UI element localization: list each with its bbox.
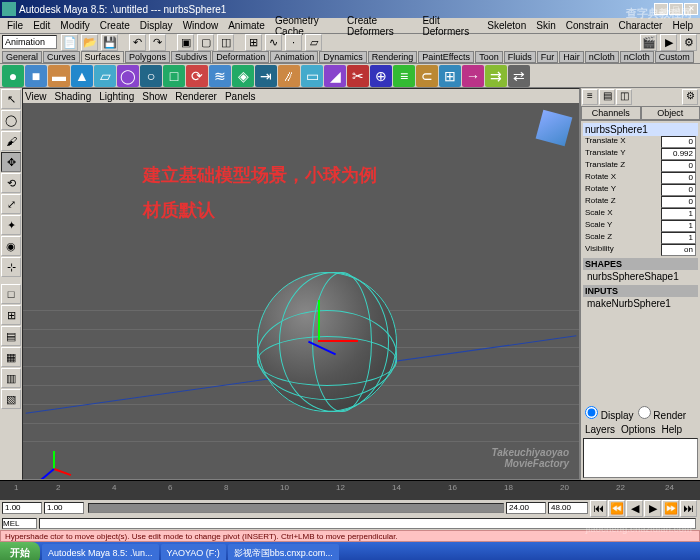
menu-character[interactable]: Character [614, 20, 668, 31]
menu-createdef[interactable]: Create Deformers [342, 15, 417, 37]
cone-icon[interactable]: ▲ [71, 65, 93, 87]
shelf-tab-curves[interactable]: Curves [43, 51, 80, 63]
range-end-field[interactable]: 24.00 [506, 502, 546, 514]
channel-rz-value[interactable]: 0 [661, 196, 696, 208]
shelf-tab-custom[interactable]: Custom [655, 51, 694, 63]
attach-icon[interactable]: ⊕ [370, 65, 392, 87]
task-item[interactable]: YAOYAO (F:) [161, 544, 226, 560]
shelf-tab-rendering[interactable]: Rendering [368, 51, 418, 63]
single-view-icon[interactable]: □ [1, 284, 21, 304]
menu-skeleton[interactable]: Skeleton [482, 20, 531, 31]
birail-icon[interactable]: ⫽ [278, 65, 300, 87]
play-fwd-icon[interactable]: ▶ [644, 500, 661, 517]
shelf-tab-fur[interactable]: Fur [537, 51, 559, 63]
vp-menu-view[interactable]: View [25, 91, 47, 102]
show-manip-icon[interactable]: ⊹ [1, 257, 21, 277]
channel-ry-value[interactable]: 0 [661, 184, 696, 196]
paint-select-icon[interactable]: 🖌 [1, 131, 21, 151]
vp-menu-show[interactable]: Show [142, 91, 167, 102]
detach-icon[interactable]: ✂ [347, 65, 369, 87]
menu-help[interactable]: Help [667, 20, 698, 31]
save-scene-icon[interactable]: 💾 [101, 34, 118, 51]
shelf-tab-surfaces[interactable]: Surfaces [81, 51, 125, 63]
layers-help[interactable]: Help [661, 424, 682, 435]
attr-icon[interactable]: ◫ [616, 89, 632, 105]
cylinder-icon[interactable]: ▬ [48, 65, 70, 87]
channel-tz-value[interactable]: 0 [661, 160, 696, 172]
snap-curve-icon[interactable]: ∿ [265, 34, 282, 51]
render-icon[interactable]: 🎬 [640, 34, 657, 51]
sphere-icon[interactable]: ● [2, 65, 24, 87]
shelf-tab-fluids[interactable]: Fluids [504, 51, 536, 63]
channel-icon[interactable]: ≡ [582, 89, 598, 105]
shelf-tab-painteffects[interactable]: PaintEffects [418, 51, 474, 63]
task-item[interactable]: Autodesk Maya 8.5: .\un... [42, 544, 159, 560]
menu-animate[interactable]: Animate [223, 20, 270, 31]
select-tool-icon[interactable]: ↖ [1, 89, 21, 109]
move-tool-icon[interactable]: ✥ [1, 152, 21, 172]
vp-menu-shading[interactable]: Shading [55, 91, 92, 102]
shelf-tab-animation[interactable]: Animation [270, 51, 318, 63]
layers-menu[interactable]: Layers [585, 424, 615, 435]
four-view-icon[interactable]: ⊞ [1, 305, 21, 325]
menu-skin[interactable]: Skin [531, 20, 560, 31]
snap-point-icon[interactable]: · [285, 34, 302, 51]
soft-mod-icon[interactable]: ◉ [1, 236, 21, 256]
cube-icon[interactable]: ■ [25, 65, 47, 87]
time-slider[interactable]: 1 2 4 6 8 10 12 14 16 18 20 22 24 [0, 480, 700, 500]
shelf-tab-hair[interactable]: Hair [559, 51, 584, 63]
select-obj-icon[interactable]: ▢ [197, 34, 214, 51]
planar-icon[interactable]: ◈ [232, 65, 254, 87]
layer-icon[interactable]: ▤ [599, 89, 615, 105]
torus-icon[interactable]: ◯ [117, 65, 139, 87]
extrude-icon[interactable]: ⇥ [255, 65, 277, 87]
display-radio[interactable]: Display [585, 406, 634, 421]
open-close-icon[interactable]: ⊂ [416, 65, 438, 87]
input-node[interactable]: makeNurbSphere1 [583, 297, 698, 310]
lasso-tool-icon[interactable]: ◯ [1, 110, 21, 130]
move-y-handle[interactable] [318, 300, 320, 340]
bevel-icon[interactable]: ◢ [324, 65, 346, 87]
viewport-3d[interactable]: 建立基础模型场景，小球为例 材质默认 Takeuchiyaoyao MovieF… [23, 103, 579, 479]
vp-menu-panels[interactable]: Panels [225, 91, 256, 102]
plane-icon[interactable]: ▱ [94, 65, 116, 87]
menu-window[interactable]: Window [178, 20, 224, 31]
move-x-handle[interactable] [318, 340, 358, 342]
shelf-tab-general[interactable]: General [2, 51, 42, 63]
offset-icon[interactable]: ⇉ [485, 65, 507, 87]
loft-icon[interactable]: ≋ [209, 65, 231, 87]
step-back-icon[interactable]: ⏪ [608, 500, 625, 517]
channels-tab[interactable]: Channels [581, 106, 641, 120]
channel-sz-value[interactable]: 1 [661, 232, 696, 244]
align-icon[interactable]: ≡ [393, 65, 415, 87]
snap-grid-icon[interactable]: ⊞ [245, 34, 262, 51]
menu-modify[interactable]: Modify [55, 20, 94, 31]
persp-graph-icon[interactable]: ▥ [1, 368, 21, 388]
redo-icon[interactable]: ↷ [149, 34, 166, 51]
revolve-icon[interactable]: ⟳ [186, 65, 208, 87]
channel-vis-value[interactable]: on [661, 244, 696, 256]
anim-start-field[interactable]: 1.00 [2, 502, 42, 514]
menu-editdef[interactable]: Edit Deformers [417, 15, 482, 37]
menu-constrain[interactable]: Constrain [561, 20, 614, 31]
boundary-icon[interactable]: ▭ [301, 65, 323, 87]
play-back-icon[interactable]: ◀ [626, 500, 643, 517]
selected-node[interactable]: nurbsSphere1 [583, 123, 698, 136]
channel-rx-value[interactable]: 0 [661, 172, 696, 184]
select-comp-icon[interactable]: ◫ [217, 34, 234, 51]
extend-icon[interactable]: → [462, 65, 484, 87]
select-hier-icon[interactable]: ▣ [177, 34, 194, 51]
shelf-tab-subdivs[interactable]: Subdivs [171, 51, 211, 63]
shelf-tab-ncloth[interactable]: nCloth [585, 51, 619, 63]
layers-options[interactable]: Options [621, 424, 655, 435]
scale-tool-icon[interactable]: ⤢ [1, 194, 21, 214]
module-selector[interactable]: Animation [2, 35, 57, 49]
manip-tool-icon[interactable]: ✦ [1, 215, 21, 235]
task-item[interactable]: 影视帝国bbs.cnxp.com... [228, 544, 339, 560]
channel-sy-value[interactable]: 1 [661, 220, 696, 232]
rotate-tool-icon[interactable]: ⟲ [1, 173, 21, 193]
shape-node[interactable]: nurbsSphereShape1 [583, 270, 698, 283]
ipr-icon[interactable]: ▶ [660, 34, 677, 51]
tool-settings-icon[interactable]: ⚙ [682, 89, 698, 105]
channel-sx-value[interactable]: 1 [661, 208, 696, 220]
